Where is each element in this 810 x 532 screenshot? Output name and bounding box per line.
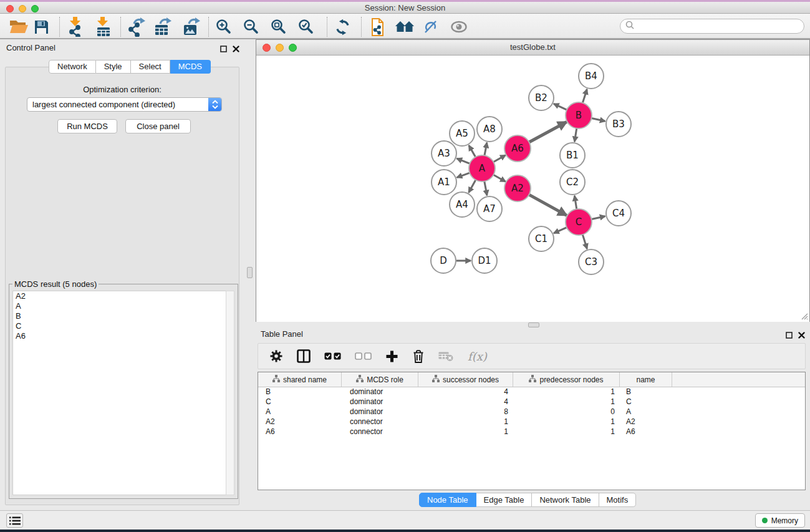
run-mcds-button[interactable]: Run MCDS	[57, 119, 117, 133]
window-resize-grip[interactable]	[799, 311, 808, 320]
tab-style[interactable]: Style	[96, 60, 131, 74]
table-row[interactable]: Bdominator41B	[258, 387, 805, 397]
graph-node-C4[interactable]: C4	[606, 201, 631, 226]
graph-edge-B-B4[interactable]	[582, 89, 587, 103]
close-panel-icon[interactable]	[233, 44, 239, 55]
home-icon[interactable]	[395, 17, 415, 37]
show-graphics-eye-icon[interactable]	[450, 17, 468, 37]
mcds-result-item[interactable]: A2	[13, 291, 226, 301]
graph-node-A6[interactable]: A6	[504, 135, 531, 162]
table-row[interactable]: Adominator80A	[258, 407, 805, 417]
graph-node-B2[interactable]: B2	[529, 85, 554, 110]
mcds-list-scrollbar[interactable]	[226, 291, 234, 495]
graph-edge-A-A4[interactable]	[469, 180, 476, 192]
graph-node-B1[interactable]: B1	[560, 143, 585, 168]
task-history-button[interactable]	[6, 513, 23, 528]
search-input[interactable]	[637, 22, 804, 31]
graph-node-A3[interactable]: A3	[432, 141, 456, 166]
hide-graphics-icon[interactable]	[422, 17, 439, 37]
export-table-icon[interactable]	[153, 17, 172, 37]
graph-node-B3[interactable]: B3	[606, 112, 631, 137]
graph-edge-A-A8[interactable]	[485, 143, 487, 156]
graph-node-C3[interactable]: C3	[579, 249, 604, 274]
float-table-panel-icon[interactable]	[786, 330, 793, 341]
close-panel-button[interactable]: Close panel	[125, 119, 191, 133]
graph-node-A8[interactable]: A8	[477, 117, 502, 142]
graph-node-A[interactable]: A	[469, 155, 495, 181]
export-network-icon[interactable]	[127, 17, 146, 37]
show-columns-icon[interactable]	[297, 349, 311, 363]
graph-edge-A-A2[interactable]	[493, 175, 506, 181]
column-header-MCDS-role[interactable]: MCDS role	[342, 372, 418, 387]
network-window-titlebar[interactable]: testGlobe.txt	[256, 40, 809, 56]
graph-edge-C-C3[interactable]	[582, 235, 587, 249]
import-table-icon[interactable]	[95, 17, 112, 37]
graph-edge-A-A7[interactable]	[485, 181, 487, 196]
table-row[interactable]: Cdominator41C	[258, 397, 805, 407]
table-row[interactable]: A6connector11A6	[258, 427, 805, 437]
tab-network[interactable]: Network	[49, 60, 96, 74]
vertical-split-divider[interactable]	[244, 39, 256, 510]
table-row[interactable]: A2connector11A2	[258, 417, 805, 427]
column-header-name[interactable]: name	[620, 372, 672, 387]
graph-node-C2[interactable]: C2	[560, 170, 585, 195]
network-canvas[interactable]: B4B2BB3A5A8A6A3B1AA1C2A2A4A7C4CC1C3DD1	[256, 56, 809, 322]
graph-node-C1[interactable]: C1	[529, 226, 554, 251]
graph-node-A7[interactable]: A7	[477, 196, 502, 221]
save-session-icon[interactable]	[34, 17, 49, 37]
export-image-icon[interactable]	[182, 17, 201, 37]
graph-node-B4[interactable]: B4	[579, 64, 604, 89]
zoom-in-icon[interactable]	[216, 17, 232, 37]
graph-node-D1[interactable]: D1	[472, 248, 497, 273]
tab-select[interactable]: Select	[131, 60, 170, 74]
add-column-plus-icon[interactable]	[385, 350, 398, 363]
delete-table-icon[interactable]	[438, 351, 454, 362]
graph-node-A1[interactable]: A1	[432, 170, 456, 195]
graph-edge-A-A3[interactable]	[456, 158, 470, 163]
function-builder-icon[interactable]: f(x)	[468, 350, 487, 363]
mcds-result-item[interactable]: C	[13, 321, 226, 331]
import-network-icon[interactable]	[67, 17, 85, 37]
graph-node-B[interactable]: B	[566, 102, 592, 128]
horizontal-split-divider[interactable]	[256, 322, 810, 328]
zoom-selected-icon[interactable]	[298, 17, 314, 37]
graph-edge-A2-C[interactable]	[529, 195, 566, 215]
tab-motifs[interactable]: Motifs	[599, 493, 637, 507]
graph-edge-C-C1[interactable]	[554, 228, 567, 233]
graph-edge-B-B3[interactable]	[592, 118, 605, 121]
mcds-result-item[interactable]: A	[13, 301, 226, 311]
search-box[interactable]	[620, 19, 804, 34]
open-session-icon[interactable]	[9, 17, 29, 37]
select-all-icon[interactable]	[324, 352, 341, 360]
refresh-layout-icon[interactable]	[334, 17, 351, 37]
graph-edge-A6-B[interactable]	[529, 122, 566, 142]
zoom-fit-icon[interactable]	[271, 17, 287, 37]
mcds-result-item[interactable]: B	[13, 311, 226, 321]
graph-edge-A-A1[interactable]	[457, 173, 470, 177]
graph-edge-A-A5[interactable]	[469, 145, 476, 157]
graph-node-A5[interactable]: A5	[450, 121, 475, 146]
memory-button[interactable]: Memory	[755, 513, 805, 528]
graph-edge-C-C2[interactable]	[574, 196, 576, 210]
column-header-predecessor-nodes[interactable]: predecessor nodes	[513, 372, 620, 387]
column-header-shared-name[interactable]: shared name	[258, 372, 342, 387]
float-panel-icon[interactable]	[220, 44, 227, 55]
column-header-successor-nodes[interactable]: successor nodes	[418, 372, 513, 387]
graph-node-D[interactable]: D	[431, 248, 456, 273]
graph-edge-C-C4[interactable]	[592, 216, 605, 220]
mcds-result-item[interactable]: A6	[13, 331, 226, 341]
divider-collapse-handle-horizontal[interactable]	[528, 322, 539, 327]
tab-mcds[interactable]: MCDS	[170, 60, 211, 74]
tab-edge-table[interactable]: Edge Table	[476, 493, 533, 507]
graph-edge-A-A6[interactable]	[493, 155, 506, 162]
close-table-panel-icon[interactable]	[798, 330, 805, 341]
graph-node-A4[interactable]: A4	[450, 192, 475, 217]
graph-node-A2[interactable]: A2	[504, 175, 531, 201]
tab-network-table[interactable]: Network Table	[532, 493, 599, 507]
zoom-out-icon[interactable]	[243, 17, 259, 37]
table-settings-gear-icon[interactable]	[269, 349, 283, 363]
copy-style-icon[interactable]	[369, 17, 386, 37]
graph-edge-B-B2[interactable]	[554, 104, 567, 110]
delete-column-trash-icon[interactable]	[412, 349, 425, 364]
network-graph[interactable]: B4B2BB3A5A8A6A3B1AA1C2A2A4A7C4CC1C3DD1	[256, 56, 809, 322]
